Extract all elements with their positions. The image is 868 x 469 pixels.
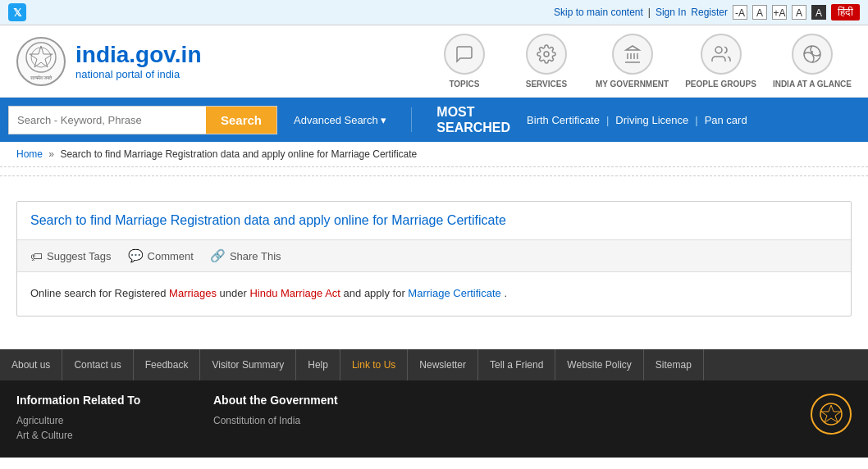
advanced-search-link[interactable]: Advanced Search xyxy=(277,114,403,126)
breadcrumb: Home » Search to find Marriage Registrat… xyxy=(0,142,868,167)
info-related-heading: Information Related To xyxy=(16,394,180,407)
svg-point-14 xyxy=(820,403,842,425)
content-card-actions: 🏷 Suggest Tags 💬 Comment 🔗 Share This xyxy=(17,240,851,272)
footer-emblem xyxy=(811,394,852,435)
share-icon: 🔗 xyxy=(210,248,226,263)
footer-emblem-wrap xyxy=(811,394,852,444)
footer-visitor-summary[interactable]: Visitor Summary xyxy=(200,349,296,380)
share-btn[interactable]: 🔗 Share This xyxy=(210,248,281,263)
most-searched-label: MOST SEARCHED xyxy=(420,104,527,135)
separator-2: | xyxy=(695,114,697,126)
footer-col-information: Information Related To Agriculture Art &… xyxy=(16,394,180,444)
signin-link[interactable]: Sign In xyxy=(656,7,686,18)
breadcrumb-home[interactable]: Home xyxy=(16,148,43,160)
nav-india-at-a-glance[interactable]: INDIA AT A GLANCE xyxy=(773,34,852,89)
search-button[interactable]: Search xyxy=(206,107,276,134)
hindu-marriage-act-link[interactable]: Hindu Marriage Act xyxy=(249,287,340,299)
top-bar-actions: Skip to main content | Sign In Register … xyxy=(554,4,860,20)
footer-help[interactable]: Help xyxy=(296,349,340,380)
people-groups-label: PEOPLE GROUPS xyxy=(685,80,756,89)
nav-people-groups[interactable]: PEOPLE GROUPS xyxy=(685,34,756,89)
quick-link-birth-certificate[interactable]: Birth Certificate xyxy=(527,114,600,126)
emblem-text: सत्यमेव जयते xyxy=(30,75,53,81)
svg-marker-15 xyxy=(821,405,841,422)
hindi-btn[interactable]: हिंदी xyxy=(831,4,860,20)
twitter-icon[interactable]: 𝕏 xyxy=(8,3,26,21)
svg-marker-9 xyxy=(626,46,639,50)
my-government-icon xyxy=(612,34,653,75)
comment-btn[interactable]: 💬 Comment xyxy=(128,248,194,263)
separator-1: | xyxy=(606,114,609,126)
services-label: SERVICES xyxy=(526,80,567,89)
footer-content: Information Related To Agriculture Art &… xyxy=(0,380,868,458)
header: सत्यमेव जयते india.gov.in national porta… xyxy=(0,25,868,98)
footer-about-us[interactable]: About us xyxy=(0,349,62,380)
suggest-tags-label: Suggest Tags xyxy=(47,250,112,262)
quick-link-pan-card[interactable]: Pan card xyxy=(705,114,747,126)
footer-contact-us[interactable]: Contact us xyxy=(62,349,133,380)
font-dark-btn[interactable]: A xyxy=(811,5,826,20)
footer-agriculture-link[interactable]: Agriculture xyxy=(16,415,180,426)
nav-my-government[interactable]: MY GOVERNMENT xyxy=(596,34,669,89)
my-government-label: MY GOVERNMENT xyxy=(596,80,669,89)
footer-feedback[interactable]: Feedback xyxy=(134,349,201,380)
footer-link-to-us[interactable]: Link to Us xyxy=(340,349,408,380)
article-body: Online search for Registered Marriages u… xyxy=(30,285,838,303)
footer-art-culture-link[interactable]: Art & Culture xyxy=(16,430,180,441)
font-normal-btn[interactable]: A xyxy=(752,5,767,20)
marriage-certificate-link[interactable]: Marriage Certificate xyxy=(408,287,500,299)
about-govt-heading: About the Government xyxy=(213,394,377,407)
footer-newsletter[interactable]: Newsletter xyxy=(408,349,478,380)
main-content: Search to find Marriage Registration dat… xyxy=(0,184,868,333)
quick-link-driving-licence[interactable]: Driving Licence xyxy=(615,114,688,126)
emblem: सत्यमेव जयते xyxy=(16,37,66,86)
search-input[interactable] xyxy=(9,107,206,133)
site-name[interactable]: india.gov.in xyxy=(75,42,201,68)
content-card-body: Online search for Registered Marriages u… xyxy=(17,272,851,316)
top-bar: 𝕏 Skip to main content | Sign In Registe… xyxy=(0,0,868,25)
share-label: Share This xyxy=(230,250,281,262)
register-link[interactable]: Register xyxy=(691,7,728,18)
divider xyxy=(411,107,412,132)
font-small-btn[interactable]: -A xyxy=(733,5,747,20)
main-nav: TOPICS SERVICES xyxy=(432,34,852,89)
india-at-a-glance-icon xyxy=(792,34,833,75)
nav-services[interactable]: SERVICES xyxy=(514,34,579,89)
logo-text: india.gov.in national portal of india xyxy=(75,42,201,80)
font-large-btn[interactable]: +A xyxy=(772,5,787,20)
topics-icon xyxy=(444,34,485,75)
quick-links: Birth Certificate | Driving Licence | Pa… xyxy=(527,114,747,126)
comment-icon: 💬 xyxy=(128,248,144,263)
tag-icon: 🏷 xyxy=(30,249,43,263)
svg-point-10 xyxy=(715,47,722,53)
footer-website-policy[interactable]: Website Policy xyxy=(555,349,643,380)
content-card-header: Search to find Marriage Registration dat… xyxy=(17,202,851,240)
breadcrumb-current: Search to find Marriage Registration dat… xyxy=(60,148,417,160)
footer-sitemap[interactable]: Sitemap xyxy=(644,349,704,380)
search-input-wrap: Search xyxy=(8,106,277,134)
suggest-tags-btn[interactable]: 🏷 Suggest Tags xyxy=(30,249,112,263)
separator: | xyxy=(648,7,651,18)
marriages-link[interactable]: Marriages xyxy=(169,287,217,299)
people-groups-icon xyxy=(701,34,742,75)
logo-area: सत्यमेव जयते india.gov.in national porta… xyxy=(16,37,246,86)
footer-tell-a-friend[interactable]: Tell a Friend xyxy=(478,349,555,380)
nav-topics[interactable]: TOPICS xyxy=(432,34,497,89)
skip-link[interactable]: Skip to main content xyxy=(554,7,643,18)
india-at-a-glance-label: INDIA AT A GLANCE xyxy=(773,80,852,89)
article-title: Search to find Marriage Registration dat… xyxy=(30,213,838,228)
svg-point-3 xyxy=(544,52,549,57)
site-tagline: national portal of india xyxy=(75,68,201,80)
topics-label: TOPICS xyxy=(449,80,479,89)
divider xyxy=(0,175,868,176)
footer-nav: About us Contact us Feedback Visitor Sum… xyxy=(0,349,868,380)
svg-marker-2 xyxy=(30,46,53,67)
services-icon xyxy=(526,34,567,75)
comment-label: Comment xyxy=(148,250,194,262)
breadcrumb-sep: » xyxy=(48,148,57,160)
font-white-btn[interactable]: A xyxy=(792,5,806,20)
content-card: Search to find Marriage Registration dat… xyxy=(16,201,852,316)
footer-constitution-link[interactable]: Constitution of India xyxy=(213,415,377,426)
footer-col-government: About the Government Constitution of Ind… xyxy=(213,394,377,444)
search-bar: Search Advanced Search MOST SEARCHED Bir… xyxy=(0,98,868,142)
